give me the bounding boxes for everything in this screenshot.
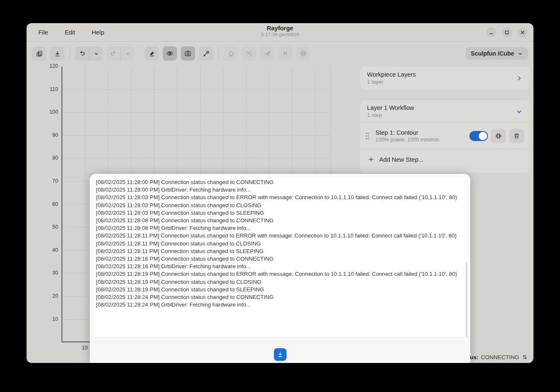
menubar: File Edit Help (36, 23, 107, 42)
device-selector-button[interactable]: Sculpfun iCube (466, 47, 528, 60)
menu-file[interactable]: File (36, 27, 51, 37)
frame-icon (246, 50, 253, 57)
chevron-down-icon (516, 108, 522, 115)
plus-icon (368, 156, 374, 163)
redo-menu-chevron-icon (125, 51, 131, 57)
y-tick-label: 100 (41, 109, 58, 115)
eye-icon (166, 50, 174, 57)
home-icon (228, 50, 235, 57)
step-enabled-toggle[interactable] (469, 131, 488, 141)
log-overlay: [08/02/2025 11:28:00 PM] Connection stat… (90, 174, 470, 363)
workflow-header[interactable]: Layer 1 Workflow 1 step (360, 100, 529, 122)
y-tick-label: 70 (41, 178, 58, 184)
log-line: [08/02/2025 11:28:03 PM] Connection stat… (96, 209, 464, 217)
y-tick-label: 10 (41, 316, 58, 322)
log-line: [08/02/2025 11:28:03 PM] Connection stat… (96, 194, 464, 201)
log-line: [08/02/2025 11:28:24 PM] GrblDriver: Fet… (96, 301, 464, 309)
swap-vertical-icon[interactable] (522, 354, 528, 360)
import-button[interactable] (50, 46, 64, 61)
minimize-button[interactable] (486, 27, 496, 37)
workflow-subtitle: 1 step (367, 112, 516, 118)
window-subtitle: 0.17-39-gec99f39 (261, 32, 299, 37)
workflow-card: Layer 1 Workflow 1 step Step 1: Contour … (360, 100, 529, 173)
redo-menu-button[interactable] (121, 46, 134, 61)
send-icon (264, 50, 271, 57)
stop-icon (300, 50, 307, 57)
close-button[interactable] (517, 27, 528, 37)
log-line: [08/02/2025 11:28:08 PM] GrblDriver: Fet… (96, 224, 464, 232)
show-travel-button[interactable] (163, 46, 177, 61)
step-title: Step 1: Contour (375, 129, 469, 136)
chevron-down-icon (517, 51, 523, 56)
menu-edit[interactable]: Edit (62, 27, 78, 37)
undo-button[interactable] (75, 46, 89, 61)
undo-icon (78, 50, 86, 57)
y-tick-label: 40 (41, 247, 58, 253)
window-controls (486, 27, 528, 37)
maximize-button[interactable] (502, 27, 512, 37)
drag-handle-icon[interactable] (364, 131, 370, 141)
workpiece-layers-card[interactable]: Workpiece Layers 1 layer (360, 67, 529, 90)
workpiece-layers-subtitle: 1 layer (367, 79, 516, 85)
home-button[interactable] (224, 46, 238, 61)
log-line: [08/02/2025 11:28:19 PM] Connection stat… (96, 270, 464, 278)
device-selector-label: Sculpfun iCube (471, 50, 514, 57)
maximize-icon (504, 29, 510, 35)
pause-button[interactable] (278, 46, 292, 61)
titlebar: File Edit Help Rayforge 0.17-39-gec99f39 (27, 23, 533, 42)
y-tick-label: 30 (41, 270, 58, 276)
workflow-step-row[interactable]: Step 1: Contour 100% power, 1000 mm/min (360, 123, 529, 149)
toolbar: Sculpfun iCube (27, 42, 533, 65)
log-line: [08/02/2025 11:28:11 PM] Connection stat… (96, 232, 464, 240)
workpiece-layers-title: Workpiece Layers (367, 71, 516, 78)
import-icon (54, 50, 61, 57)
log-line: [08/02/2025 11:28:00 PM] Connection stat… (96, 179, 464, 186)
log-text-area[interactable]: [08/02/2025 11:28:00 PM] Connection stat… (95, 177, 465, 337)
undo-menu-button[interactable] (89, 46, 103, 61)
pause-icon (282, 50, 289, 57)
add-step-button[interactable]: Add New Step... (360, 149, 529, 169)
redo-icon (110, 50, 117, 57)
y-tick-label: 50 (41, 224, 58, 230)
frame-button[interactable] (242, 46, 256, 61)
menu-help[interactable]: Help (89, 27, 107, 37)
trash-icon (513, 133, 520, 139)
title-block: Rayforge 0.17-39-gec99f39 (261, 25, 299, 37)
log-line: [08/02/2025 11:28:16 PM] Connection stat… (96, 255, 464, 263)
wrench-icon (203, 50, 210, 57)
download-log-button[interactable] (274, 348, 287, 361)
camera-icon (184, 50, 192, 57)
copy-button[interactable] (32, 46, 46, 61)
y-tick-label: 80 (41, 155, 58, 161)
workflow-title: Layer 1 Workflow (367, 104, 516, 111)
log-line: [08/02/2025 11:28:11 PM] Connection stat… (96, 248, 464, 255)
download-icon (277, 351, 284, 358)
eraser-button[interactable] (145, 46, 159, 61)
log-line: [08/02/2025 11:28:19 PM] Connection stat… (96, 286, 464, 293)
y-tick-label: 90 (41, 132, 58, 138)
log-line: [08/02/2025 11:28:08 PM] Connection stat… (96, 217, 464, 224)
stop-button[interactable] (296, 46, 311, 61)
y-tick-label: 120 (41, 63, 58, 69)
step-delete-button[interactable] (509, 129, 524, 143)
undo-menu-chevron-icon (93, 51, 99, 57)
toggle-knob (479, 132, 487, 140)
send-button[interactable] (260, 46, 274, 61)
camera-button[interactable] (181, 46, 195, 61)
chevron-right-icon (516, 75, 522, 82)
minimize-icon (488, 29, 494, 35)
y-tick-label: 110 (41, 86, 58, 92)
log-line: [08/02/2025 11:28:19 PM] Connection stat… (96, 278, 464, 286)
y-tick-label: 20 (41, 293, 58, 299)
connection-statusbar: tus: CONNECTING (468, 354, 528, 360)
workflow-titles: Layer 1 Workflow 1 step (367, 104, 516, 118)
redo-button[interactable] (107, 46, 121, 61)
wrench-button[interactable] (199, 46, 213, 61)
add-step-label: Add New Step... (379, 156, 423, 163)
toolbar-separator (70, 48, 70, 59)
workpiece-layers-titles: Workpiece Layers 1 layer (367, 71, 516, 85)
log-line: [08/02/2025 11:28:00 PM] GrblDriver: Fet… (96, 186, 464, 194)
step-controls (469, 129, 524, 143)
step-settings-button[interactable] (491, 129, 506, 143)
log-scrollbar[interactable] (466, 262, 467, 337)
